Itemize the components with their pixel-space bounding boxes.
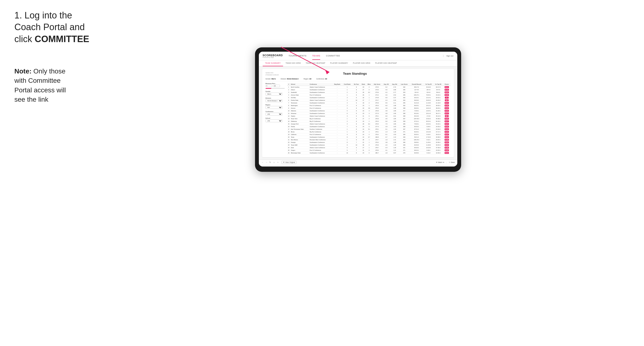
cell-3-1: Arizona State: [290, 94, 309, 96]
svg-line-0: [281, 47, 329, 72]
table-row[interactable]: 10AlabamaSoutheastern Conference-5823327…: [287, 110, 450, 112]
cell-10-15: 60.71: [443, 112, 450, 115]
col-avg-sg: Avg. SG: [382, 83, 390, 86]
forward-icon[interactable]: →: [265, 161, 268, 164]
conference-sidebar-label: Conference: [266, 111, 285, 112]
table-row[interactable]: 13Texas TechBig 12 Conference-19272276.9…: [287, 118, 450, 120]
table-row[interactable]: 25OregonPac-12 Conference-57210278.5-3.1…: [287, 149, 450, 152]
cell-2-1: Vanderbilt: [290, 91, 309, 94]
cell-9-14: 31-29-1: [433, 110, 443, 112]
cell-14-1: Georgia Tech: [290, 123, 309, 125]
cell-17-15: 66.34: [443, 131, 450, 133]
cell-19-7: 0.7: [366, 136, 372, 139]
cell-20-5: 9: [352, 139, 360, 141]
cell-9-8: 276.9: [372, 110, 382, 112]
inner-panel: Update time: 27/03/2024 16:56:26 Team St…: [262, 69, 454, 157]
region-select[interactable]: N/A: [266, 106, 282, 109]
view-original-label: View: Original: [286, 162, 295, 163]
update-label: Update time:: [266, 72, 279, 74]
cell-19-2: Southeastern Conference: [309, 136, 332, 139]
cell-12-14: 40-38-2: [433, 118, 443, 120]
table-row[interactable]: 6Florida StateAtlantic Coast Conference-…: [287, 99, 450, 102]
sub-nav-player-h2h-grid[interactable]: PLAYER H2H GRID: [350, 60, 373, 66]
min-val[interactable]: 4: [266, 85, 272, 87]
cell-5-4: 2: [342, 99, 352, 102]
plus-icon[interactable]: +: [276, 161, 280, 164]
table-row[interactable]: 23Texas A&MSoutheastern Conference-91030…: [287, 144, 450, 147]
gender-select[interactable]: Men's: [266, 93, 282, 95]
home-icon[interactable]: ⌂: [273, 161, 276, 164]
school-select[interactable]: (All): [266, 119, 282, 122]
sidebar-filters: Minimum Rou... 4 30: [266, 83, 285, 154]
table-row[interactable]: 4Arizona StatePac-12 Conference-18261274…: [287, 94, 450, 96]
view-original-button[interactable]: 👁 View: Original: [282, 161, 297, 164]
cell-23-7: 1: [366, 147, 372, 149]
max-val[interactable]: 30: [273, 85, 280, 87]
table-row[interactable]: 14OklahomaBig 12 Conference-28242276.3-5…: [287, 120, 450, 123]
cell-21-12: 59-39-1: [409, 141, 424, 144]
slider-fill: [266, 88, 271, 89]
cell-21-6: 21: [360, 141, 366, 144]
division-select[interactable]: NCAA Division I: [266, 99, 282, 102]
cell-22-9: -2.0: [382, 144, 390, 147]
table-row[interactable]: 8WashingtonPac-12 Conference-28231276.3-…: [287, 104, 450, 107]
cell-22-8: 279.9: [372, 144, 382, 147]
sign-out-link[interactable]: Sign out: [443, 55, 453, 57]
cell-17-10: 1.28: [390, 131, 399, 133]
share-button[interactable]: ⇧ Share: [449, 162, 455, 164]
cell-22-15: 58.42: [443, 144, 450, 147]
table-row[interactable]: 9ArizonaPac-12 Conference-38234.6276.3-4…: [287, 107, 450, 110]
points-badge: 60.27: [444, 134, 449, 136]
cell-10-12: 82-18-1: [409, 112, 424, 115]
cell-5-12: 96-29-2: [409, 99, 424, 102]
cell-1-12: 117-4-0: [409, 89, 424, 91]
cell-16-5: 8: [352, 128, 360, 131]
cell-0-3: -: [332, 86, 342, 89]
table-row[interactable]: 7TennesseeSoutheastern Conference-461822…: [287, 102, 450, 104]
table-row[interactable]: 22GeorgiaSoutheastern Conference-8721127…: [287, 141, 450, 144]
cell-20-2: Mountain West Conference: [309, 139, 332, 141]
table-row[interactable]: 19CaliforniaPac-12 Conference-48242278.2…: [287, 133, 450, 136]
table-row[interactable]: 15Georgia TechAtlantic Coast Conference-…: [287, 123, 450, 125]
cell-18-0: 19: [287, 133, 290, 136]
table-row[interactable]: 20TexasSoutheastern Conference-88220.726…: [287, 136, 450, 139]
cell-7-9: -6.0: [382, 104, 390, 107]
watch-label: Watch: [438, 162, 442, 163]
update-time-value: 27/03/2024 16:56:26: [266, 74, 279, 76]
division-sidebar-label: Division: [266, 97, 285, 99]
table-row[interactable]: 17East Tennessee StateSouthern Conferenc…: [287, 128, 450, 131]
back-icon[interactable]: ←: [261, 161, 264, 164]
cell-24-4: 5: [342, 149, 352, 152]
cell-24-14: 23-33-1: [433, 149, 443, 152]
table-row[interactable]: 24DukeAtlantic Coast Conference-59271278…: [287, 147, 450, 149]
rounds-slider[interactable]: [266, 88, 285, 89]
table-row[interactable]: 18IllinoisBig Ten Conference-18231279.1-…: [287, 131, 450, 133]
table-row[interactable]: 2AuburnSoutheastern Conference-19276273.…: [287, 89, 450, 91]
cell-22-5: 10: [352, 144, 360, 147]
cell-10-10: 1.90: [390, 112, 399, 115]
cell-16-4: 1: [342, 128, 352, 131]
table-row[interactable]: 12VirginiaAtlantic Coast Conference-3621…: [287, 115, 450, 118]
table-row[interactable]: 16FloridaSoutheastern Conference-7924527…: [287, 125, 450, 128]
cell-0-11: 262: [399, 86, 410, 89]
conference-select[interactable]: (All): [266, 113, 282, 116]
cell-3-8: 274.2: [372, 94, 382, 96]
table-row[interactable]: 5Ole MissSoutheastern Conference-3618127…: [287, 96, 450, 99]
points-badge: 60.04: [444, 110, 449, 112]
table-row[interactable]: 1North CarolinaAtlantic Coast Conference…: [287, 86, 450, 89]
cell-17-9: -1.4: [382, 131, 390, 133]
cell-17-5: 8: [352, 131, 360, 133]
watch-button[interactable]: 👁 Watch ▼: [436, 162, 444, 163]
cell-14-5: 8: [352, 123, 360, 125]
sub-nav-player-h2h-heatmap[interactable]: PLAYER H2H HEATMAP: [373, 60, 399, 66]
cell-8-7: 4.6: [366, 107, 372, 110]
table-row[interactable]: 11ArkansasSoutheastern Conference-682332…: [287, 112, 450, 115]
table-row[interactable]: 21New MexicoMountain West Conference-192…: [287, 139, 450, 141]
refresh-icon[interactable]: ↻: [269, 161, 272, 164]
cell-24-15: 58.38: [443, 149, 450, 152]
table-row[interactable]: 3VanderbiltSoutheastern Conference-28266…: [287, 91, 450, 94]
cell-10-4: 6: [342, 112, 352, 115]
table-row[interactable]: 26Mississippi StateSoutheastern Conferen…: [287, 152, 450, 154]
cell-2-4: 2: [342, 91, 352, 94]
cell-25-5: 8: [352, 152, 360, 154]
